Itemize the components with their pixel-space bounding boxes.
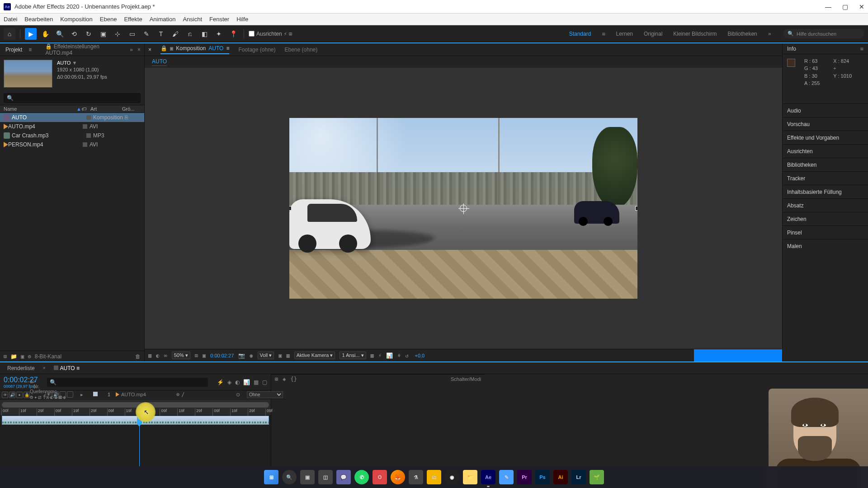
whatsapp-icon[interactable]: ✆ [354,470,369,484]
frame-blend-icon[interactable]: ◈ [227,379,231,385]
maximize-button[interactable]: ▢ [842,3,848,10]
tab-menu-icon[interactable]: ≡ [226,45,229,52]
selection-tool[interactable]: ▶ [25,28,37,40]
tab-effect-settings[interactable]: 🔒 Effekteinstellungen AUTO.mp4 [43,42,127,57]
minimize-button[interactable]: — [825,3,831,10]
info-panel-title[interactable]: Info [787,46,796,52]
shy-icon[interactable]: ⚡ [217,379,224,385]
panel-audio[interactable]: Audio [783,103,868,117]
menu-komposition[interactable]: Komposition [60,16,93,23]
start-button[interactable]: ⊞ [264,470,278,484]
new-comp-icon[interactable]: ▣ [21,353,24,360]
brush-tool[interactable]: 🖌 [170,28,181,40]
panel-malen[interactable]: Malen [783,239,868,253]
task-view[interactable]: ▣ [300,470,315,484]
close-icon[interactable]: × [137,47,141,53]
help-search[interactable]: 🔍 Hilfe durchsuchen [783,29,864,38]
snap-checkbox[interactable] [249,31,255,37]
project-item-auto[interactable]: AUTO Komposition ⎘ [0,113,144,122]
tab-layer[interactable]: Ebene (ohne) [285,47,318,53]
text-tool[interactable]: T [155,28,167,40]
anchor-point[interactable] [460,205,467,212]
layer-row-1[interactable]: 👁🔊 ▸ 1 AUTO.mp4 ⊕/ ⊙ Ohne [43,390,288,399]
fast-preview-icon[interactable]: ⚡ [378,352,382,359]
zoom-select[interactable]: 50% ▾ [172,352,190,359]
tabs-overflow-icon[interactable]: » [130,47,133,53]
views-select[interactable]: 1 Ansi... ▾ [340,352,366,359]
app-icon-3[interactable]: 🗂 [427,470,441,484]
menu-bearbeiten[interactable]: Bearbeiten [24,16,53,23]
mask-icon[interactable]: ◐ [156,352,159,359]
app-icon-5[interactable]: 🌱 [590,470,604,484]
guides-icon[interactable]: ∞ [164,352,167,359]
menu-effekte[interactable]: Effekte [124,16,142,23]
collapse-icon[interactable]: ▢ [262,379,267,385]
menu-hilfe[interactable]: Hilfe [236,16,248,23]
menu-ansicht[interactable]: Ansicht [183,16,202,23]
camera-select[interactable]: Aktive Kamera ▾ [294,352,335,359]
project-item-auto-mp4[interactable]: AUTO.mp4 AVI [0,122,144,131]
obs-icon[interactable]: ◉ [445,470,459,484]
menu-fenster[interactable]: Fenster [209,16,229,23]
eraser-tool[interactable]: ◧ [198,28,210,40]
teams-icon[interactable]: 💬 [336,470,351,484]
tab-renderlist[interactable]: Renderliste [4,364,38,372]
app-icon-4[interactable]: ✎ [499,470,514,484]
app-icon-2[interactable]: ⚗ [409,470,423,484]
folder-icon[interactable]: 📁 [10,353,17,360]
panel-menu-icon[interactable]: ≡ [28,47,32,53]
solo-column-icon[interactable]: ● [16,392,23,398]
roto-tool[interactable]: ✦ [213,28,225,40]
tab-timeline-auto[interactable]: AUTO ≡ [50,364,83,372]
channel-icon[interactable]: ◉ [250,352,253,359]
grid-icon[interactable]: ⊞ [195,352,198,359]
workspace-original[interactable]: Original [644,31,662,37]
workspace-bibliotheken[interactable]: Bibliotheken [727,31,757,37]
menu-datei[interactable]: Datei [4,16,17,23]
close-icon[interactable]: × [148,47,151,53]
shape-tool[interactable]: ▭ [126,28,138,40]
resize-handle-left[interactable] [289,206,292,211]
taskbar-search[interactable]: 🔍 [282,470,297,484]
resolution-select[interactable]: Voll ▾ [258,352,274,359]
firefox-icon[interactable]: 🦊 [391,470,405,484]
toggle-switches-icon[interactable]: ⊞ [275,376,278,382]
audio-column-icon[interactable]: 🔊 [9,392,15,398]
panel-ausrichten[interactable]: Ausrichten [783,144,868,158]
tab-footage[interactable]: Footage (ohne) [238,47,275,53]
interpret-icon[interactable]: ⊞ [4,353,7,360]
zoom-tool[interactable]: 🔍 [54,28,66,40]
panel-vorschau[interactable]: Vorschau [783,117,868,131]
breadcrumb[interactable]: AUTO [152,58,167,66]
explorer-icon[interactable]: 📁 [463,470,477,484]
workspace-overflow-icon[interactable]: » [768,31,771,37]
panel-absatz[interactable]: Absatz [783,198,868,212]
panel-pinsel[interactable]: Pinsel [783,225,868,239]
workspace-menu-icon[interactable]: ≡ [602,31,605,37]
resize-handle-right[interactable] [635,206,637,211]
viewer-timecode[interactable]: 0:00:02:27 [210,353,234,358]
settings-icon[interactable]: ⚙ [28,353,31,360]
puppet-tool[interactable]: 📍 [227,28,239,40]
flowchart-icon[interactable]: ⚘ [397,352,401,359]
panel-content-aware[interactable]: Inhaltsbasierte Füllung [783,185,868,198]
menu-ebene[interactable]: Ebene [100,16,117,23]
project-thumbnail[interactable] [4,60,52,88]
panel-zeichen[interactable]: Zeichen [783,212,868,225]
project-search[interactable]: 🔍 [4,93,141,103]
pen-tool[interactable]: ✎ [141,28,152,40]
close-icon[interactable]: × [43,366,46,371]
snap-toggle[interactable]: Ausrichten ⚡ ⊞ [249,31,292,37]
trash-icon[interactable]: 🗑 [135,353,141,360]
snap-opts2-icon[interactable]: ⊞ [289,31,292,37]
eye-column-icon[interactable]: 👁 [2,392,8,398]
tab-projekt[interactable]: Projekt [4,46,24,54]
layer-bar[interactable] [2,416,269,425]
anchor-tool[interactable]: ⊹ [112,28,123,40]
motion-blur-icon[interactable]: ◐ [235,379,240,385]
lock-column-icon[interactable]: 🔒 [24,392,30,398]
toggle-brackets-icon[interactable]: {} [290,376,297,382]
timeline-ruler[interactable]: 00f 19f 29f 09f 19f 29f 09f 19f 29f 09f … [0,399,271,416]
illustrator-icon[interactable]: Ai [553,470,568,484]
reset-exposure-icon[interactable]: ↺ [405,352,408,359]
